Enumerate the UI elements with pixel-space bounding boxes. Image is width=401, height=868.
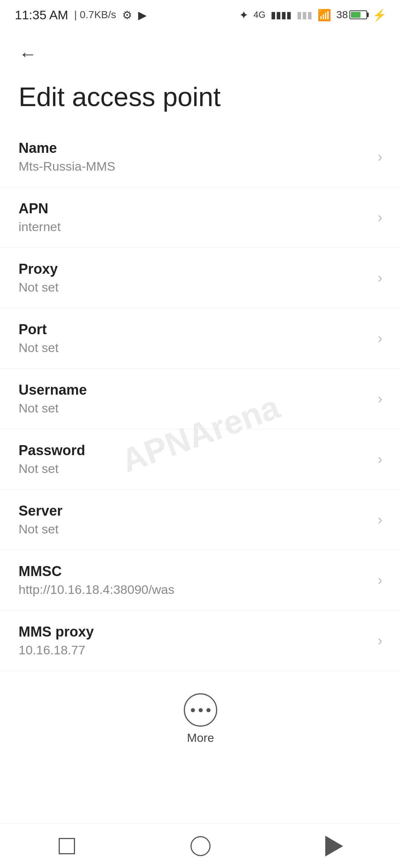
more-button-container: More [0, 678, 401, 760]
nav-recents-button[interactable] [48, 828, 85, 865]
settings-item-label: Proxy [19, 261, 370, 277]
signal-icon: ▮▮▮▮ [271, 9, 291, 21]
chevron-right-icon: › [378, 572, 382, 588]
settings-item-port[interactable]: Port Not set › [0, 308, 401, 369]
settings-item-mmsc[interactable]: MMSC http://10.16.18.4:38090/was › [0, 550, 401, 611]
settings-item-label: MMSC [19, 563, 370, 579]
status-speed: | 0.7KB/s [74, 9, 116, 21]
status-bar: 11:35 AM | 0.7KB/s ⚙ ▶ ✦ 4G ▮▮▮▮ ▮▮▮ 📶 3… [0, 0, 401, 30]
settings-item-value: 10.16.18.77 [19, 643, 370, 657]
recents-icon [59, 838, 75, 854]
settings-item-content: Name Mts-Russia-MMS [19, 140, 370, 174]
settings-item-label: APN [19, 201, 370, 217]
chevron-right-icon: › [378, 391, 382, 407]
settings-item-value: Not set [19, 341, 370, 355]
settings-item-label: Name [19, 140, 370, 156]
chevron-right-icon: › [378, 210, 382, 226]
settings-item-label: Port [19, 322, 370, 338]
camera-icon: ▶ [138, 9, 147, 22]
signal2-icon: ▮▮▮ [297, 9, 312, 21]
nav-back-button[interactable] [316, 828, 353, 865]
back-button[interactable]: ← [15, 41, 41, 67]
settings-item-value: Not set [19, 461, 370, 476]
settings-item-content: Port Not set [19, 322, 370, 355]
more-label: More [187, 731, 214, 745]
settings-item-value: internet [19, 220, 370, 234]
chevron-right-icon: › [378, 512, 382, 528]
page-title: Edit access point [0, 70, 401, 127]
chevron-right-icon: › [378, 149, 382, 165]
settings-item-mms-proxy[interactable]: MMS proxy 10.16.18.77 › [0, 611, 401, 671]
bluetooth-icon: ✦ [239, 9, 248, 22]
settings-item-content: Proxy Not set [19, 261, 370, 295]
network-4g-icon: 4G [254, 10, 265, 20]
settings-item-value: Not set [19, 401, 370, 415]
wifi-icon: 📶 [317, 9, 331, 22]
settings-item-label: MMS proxy [19, 624, 370, 640]
nav-home-button[interactable] [182, 828, 219, 865]
bottom-nav [0, 823, 401, 868]
settings-item-content: Server Not set [19, 503, 370, 536]
settings-item-label: Server [19, 503, 370, 519]
settings-item-label: Password [19, 443, 370, 458]
more-dots-icon [191, 708, 211, 712]
settings-item-password[interactable]: Password Not set › [0, 429, 401, 490]
settings-item-server[interactable]: Server Not set › [0, 490, 401, 550]
chevron-right-icon: › [378, 451, 382, 467]
status-left: 11:35 AM | 0.7KB/s ⚙ ▶ [15, 8, 147, 22]
chevron-right-icon: › [378, 633, 382, 649]
chevron-right-icon: › [378, 331, 382, 346]
status-right: ✦ 4G ▮▮▮▮ ▮▮▮ 📶 38 ⚡ [239, 9, 386, 22]
charging-icon: ⚡ [372, 9, 386, 22]
settings-item-value: Not set [19, 522, 370, 536]
settings-item-value: http://10.16.18.4:38090/was [19, 582, 370, 597]
back-nav-icon [325, 836, 343, 857]
chevron-right-icon: › [378, 270, 382, 286]
battery-indicator: 38 [336, 9, 367, 21]
more-button[interactable] [184, 693, 217, 727]
settings-item-username[interactable]: Username Not set › [0, 369, 401, 429]
settings-item-content: MMS proxy 10.16.18.77 [19, 624, 370, 657]
settings-item-apn[interactable]: APN internet › [0, 187, 401, 248]
settings-item-name[interactable]: Name Mts-Russia-MMS › [0, 127, 401, 187]
settings-item-content: Password Not set [19, 443, 370, 476]
status-time: 11:35 AM [15, 8, 68, 22]
settings-item-value: Not set [19, 280, 370, 295]
settings-item-value: Mts-Russia-MMS [19, 159, 370, 174]
settings-item-content: Username Not set [19, 382, 370, 415]
top-bar: ← [0, 30, 401, 70]
home-icon [190, 836, 211, 856]
settings-item-proxy[interactable]: Proxy Not set › [0, 248, 401, 308]
settings-icon: ⚙ [122, 9, 132, 22]
settings-item-label: Username [19, 382, 370, 398]
back-arrow-icon: ← [19, 44, 37, 64]
settings-list: Name Mts-Russia-MMS › APN internet › Pro… [0, 127, 401, 671]
settings-item-content: APN internet [19, 201, 370, 234]
settings-item-content: MMSC http://10.16.18.4:38090/was [19, 563, 370, 597]
